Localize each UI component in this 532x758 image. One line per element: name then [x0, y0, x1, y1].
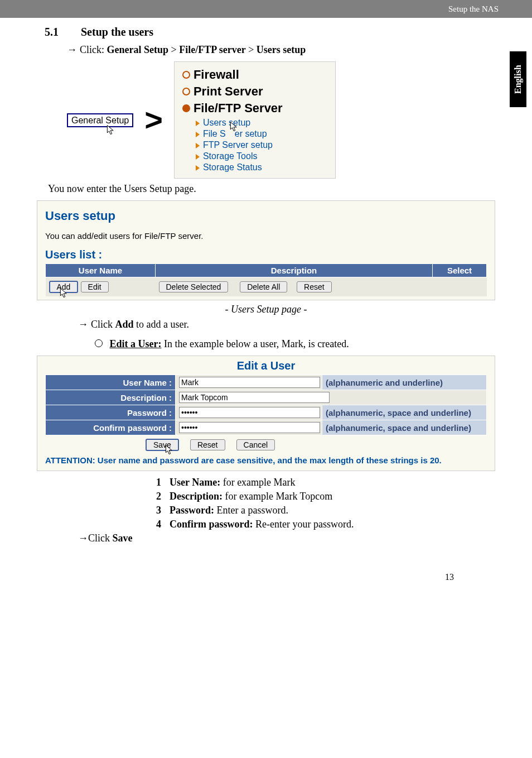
- form-reset-button[interactable]: Reset: [190, 439, 225, 450]
- password-input[interactable]: [179, 407, 320, 418]
- menu-users-setup[interactable]: Users setup: [196, 118, 327, 128]
- label-password: Password :: [46, 405, 176, 420]
- label-user-name: User Name :: [46, 375, 176, 390]
- click-path: → Click: General Setup > File/FTP server…: [67, 44, 487, 56]
- delete-all-button[interactable]: Delete All: [240, 281, 287, 292]
- cursor-icon: [165, 444, 175, 455]
- header-bar: Setup the NAS: [0, 0, 532, 18]
- section-heading: 5.1 Setup the users: [45, 26, 487, 39]
- save-instruction: →Click Save: [78, 532, 487, 544]
- reset-button[interactable]: Reset: [297, 281, 332, 292]
- cancel-button[interactable]: Cancel: [236, 439, 275, 450]
- hint-password: (alphanumeric, space and underline): [322, 405, 487, 420]
- col-user-name: User Name: [46, 264, 156, 277]
- menu-storage-tools[interactable]: Storage Tools: [196, 151, 327, 161]
- hint-user-name: (alphanumeric and underline): [322, 375, 487, 390]
- menu-print-server[interactable]: Print Server: [182, 84, 327, 99]
- confirm-password-input[interactable]: [179, 422, 320, 433]
- menu-box: Firewall Print Server File/FTP Server Us…: [174, 61, 336, 179]
- language-tab: English: [510, 51, 526, 107]
- users-setup-caption: - Users Setup page -: [45, 304, 487, 315]
- cursor-icon: [106, 124, 116, 136]
- list-item: 2Description: for example Mark Topcom: [156, 491, 487, 502]
- field-list: 1User Name: for example Mark 2Descriptio…: [156, 477, 487, 530]
- list-item: 4Confirm password: Re-enter your passwor…: [156, 519, 487, 530]
- general-setup-button[interactable]: General Setup: [67, 113, 133, 127]
- table-row: Delete Selected Delete All Reset: [156, 277, 433, 297]
- add-instruction: → Click Add to add a user.: [78, 319, 487, 330]
- attention-text: ATTENTION: User name and password are ca…: [45, 455, 487, 465]
- list-item: 1User Name: for example Mark: [156, 477, 487, 488]
- enter-text: You now enter the Users Setup page.: [48, 183, 487, 195]
- delete-selected-button[interactable]: Delete Selected: [159, 281, 229, 292]
- circle-bullet-icon: [95, 339, 103, 347]
- edit-user-panel: Edit a User User Name : (alphanumeric an…: [37, 356, 495, 471]
- menu-file-ftp-server[interactable]: File/FTP Server: [182, 101, 327, 116]
- users-setup-title: Users setup: [45, 209, 487, 223]
- menu-firewall[interactable]: Firewall: [182, 68, 327, 82]
- col-description: Description: [156, 264, 433, 277]
- edit-button[interactable]: Edit: [81, 281, 109, 292]
- edit-user-title: Edit a User: [45, 357, 487, 375]
- cursor-icon: [59, 287, 69, 299]
- menu-storage-status[interactable]: Storage Status: [196, 162, 327, 172]
- edit-user-form: User Name : (alphanumeric and underline)…: [45, 375, 487, 435]
- page-number: 13: [45, 572, 487, 582]
- list-item: 3Password: Enter a password.: [156, 505, 487, 516]
- users-setup-desc: You can add/edit users for File/FTP serv…: [45, 231, 487, 241]
- users-list-table: User Name Description Select Add Edit De…: [45, 263, 487, 296]
- description-input[interactable]: [179, 392, 330, 403]
- menu-ftp-server-setup[interactable]: FTP Server setup: [196, 140, 327, 150]
- section-number: 5.1: [45, 26, 78, 39]
- section-title: Setup the users: [81, 26, 153, 38]
- table-row: Add Edit: [46, 277, 156, 297]
- edit-user-intro: Edit a User: In the example below a user…: [95, 338, 487, 350]
- users-list-title: Users list :: [45, 248, 487, 261]
- breadcrumb: Setup the NAS: [448, 4, 499, 14]
- table-row: [433, 277, 487, 297]
- col-select: Select: [433, 264, 487, 277]
- menu-file-server-setup[interactable]: File Sxxer setup: [196, 129, 327, 139]
- form-button-row: Save Reset Cancel: [45, 435, 487, 453]
- chevron-right-icon: >: [144, 111, 163, 129]
- users-setup-panel: Users setup You can add/edit users for F…: [37, 200, 495, 300]
- hint-confirm-password: (alphanumeric, space and underline): [322, 420, 487, 435]
- label-confirm-password: Confirm password :: [46, 420, 176, 435]
- user-name-input[interactable]: [179, 377, 320, 388]
- nav-figure: General Setup > Firewall Print Server Fi…: [67, 61, 487, 179]
- label-description: Description :: [46, 390, 176, 405]
- cursor-icon: [229, 121, 239, 132]
